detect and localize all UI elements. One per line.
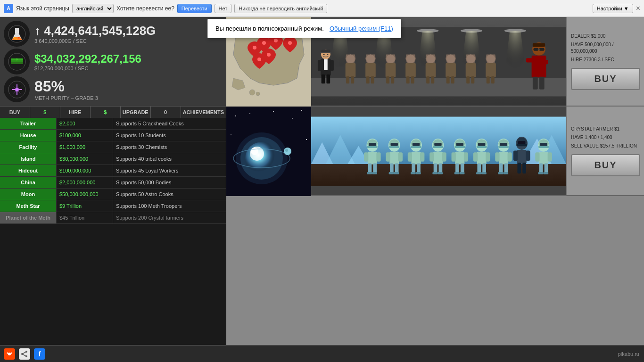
crystal-scene-row: CRYSTAL FARMER $1 HAVE 1,400 / 1,400 SEL… xyxy=(226,107,644,196)
svg-rect-134 xyxy=(394,172,399,174)
svg-rect-69 xyxy=(446,63,456,77)
settings-button[interactable]: Настройки ▼ xyxy=(593,4,633,13)
tab-achievements[interactable]: ACHIEVEMENTS xyxy=(181,107,226,118)
table-row[interactable]: House $100,000 Supports 10 Students xyxy=(0,130,226,141)
item-support-island: Supports 40 tribal cooks xyxy=(113,153,226,165)
table-row[interactable]: Hideout $100,000,000 Supports 45 Loyal W… xyxy=(0,165,226,177)
table-row[interactable]: Moon $50,000,000,000 Supports 50 Astro C… xyxy=(0,189,226,200)
svg-rect-54 xyxy=(366,76,370,83)
money-rate: $12,750,000,000 / SEC xyxy=(34,66,141,71)
facebook-icon[interactable]: f xyxy=(34,348,45,360)
dealer-buy-button[interactable]: BUY xyxy=(571,68,640,90)
svg-rect-84 xyxy=(533,43,545,47)
share-icon[interactable] xyxy=(19,348,30,360)
svg-rect-145 xyxy=(416,172,421,174)
svg-rect-152 xyxy=(442,152,446,161)
tab-upgrade-count[interactable]: 0 xyxy=(151,107,181,118)
svg-point-3 xyxy=(16,38,17,40)
svg-rect-188 xyxy=(498,172,503,174)
svg-rect-149 xyxy=(434,143,441,146)
never-translate-button[interactable]: Никогда не переводить английский xyxy=(234,4,327,13)
item-price-house: $100,000 xyxy=(57,130,113,141)
svg-rect-74 xyxy=(466,76,470,83)
svg-rect-140 xyxy=(408,152,412,161)
svg-rect-87 xyxy=(541,60,548,64)
svg-rect-120 xyxy=(368,164,372,174)
item-support-facility: Supports 30 Chemists xyxy=(113,141,226,153)
tab-hire-dollar[interactable]: $ xyxy=(91,107,121,118)
table-row[interactable]: Meth Star $9 Trillion Supports 100 Meth … xyxy=(0,200,226,212)
svg-rect-45 xyxy=(330,60,334,71)
svg-rect-73 xyxy=(466,63,476,77)
svg-rect-133 xyxy=(389,172,394,174)
svg-rect-197 xyxy=(517,163,521,173)
svg-rect-132 xyxy=(395,164,399,174)
table-row[interactable]: Facility $1,000,000 Supports 30 Chemists xyxy=(0,141,226,153)
svg-rect-130 xyxy=(398,152,403,161)
item-price-moon: $50,000,000,000 xyxy=(57,189,113,200)
no-translate-button[interactable]: Нет xyxy=(215,4,232,13)
svg-rect-119 xyxy=(376,152,380,161)
item-price-trailer: $2,000 xyxy=(57,118,113,129)
svg-point-92 xyxy=(249,113,250,114)
svg-rect-193 xyxy=(518,141,525,144)
item-support-methstar: Supports 100 Meth Troopers xyxy=(113,200,226,212)
tab-bar: BUY $ HIRE $ UPGRADE 0 ACHIEVEMENTS xyxy=(0,106,226,118)
svg-line-218 xyxy=(22,354,26,356)
svg-rect-207 xyxy=(545,164,548,174)
svg-rect-178 xyxy=(481,172,487,174)
language-select[interactable]: английский xyxy=(72,4,114,13)
svg-rect-86 xyxy=(526,58,533,62)
table-row[interactable]: Island $30,000,000 Supports 40 tribal co… xyxy=(0,153,226,165)
svg-rect-85 xyxy=(532,56,546,77)
stats-area: ↑ 4,424,641,545,128G 3,640,000,000G / SE… xyxy=(0,17,226,106)
svg-rect-164 xyxy=(455,164,459,174)
svg-point-2 xyxy=(14,37,16,39)
right-panel: DEALER $1,000 HAVE 500,000,000 / 500,000… xyxy=(226,17,644,345)
tab-buy-dollar[interactable]: $ xyxy=(30,107,60,118)
tab-buy[interactable]: BUY xyxy=(0,107,30,118)
svg-rect-51 xyxy=(351,76,354,83)
svg-rect-115 xyxy=(367,146,378,148)
money-stat-icon: $ xyxy=(4,49,30,74)
crystal-sell: SELL VALUE $157.5 TRILLION xyxy=(571,143,640,149)
table-row[interactable]: China $2,000,000,000 Supports 50,000 Bod… xyxy=(0,177,226,189)
svg-rect-50 xyxy=(346,76,349,83)
svg-rect-75 xyxy=(471,76,474,83)
svg-rect-62 xyxy=(406,76,410,83)
item-support-planet: Supports 200 Crystal farmers xyxy=(113,212,226,223)
svg-rect-155 xyxy=(432,172,438,174)
crystal-buy-button[interactable]: BUY xyxy=(571,154,640,176)
table-row[interactable]: Trailer $2,000 Supports 5 Crackhead Cook… xyxy=(0,118,226,130)
reddit-icon[interactable] xyxy=(4,348,15,360)
svg-line-217 xyxy=(22,352,26,354)
crystal-have: HAVE 1,400 / 1,400 xyxy=(571,134,640,141)
svg-rect-82 xyxy=(539,48,545,51)
svg-point-21 xyxy=(274,39,278,42)
item-support-moon: Supports 50 Astro Cooks xyxy=(113,189,226,200)
tab-upgrade[interactable]: UPGRADE xyxy=(121,107,151,118)
svg-rect-118 xyxy=(364,152,368,161)
table-row[interactable]: Planet of the Meth $45 Trillion Supports… xyxy=(0,212,226,224)
item-price-island: $30,000,000 xyxy=(57,153,113,165)
svg-rect-198 xyxy=(522,163,526,173)
item-name-facility: Facility xyxy=(0,141,57,153)
close-translation-bar-button[interactable]: × xyxy=(636,4,640,13)
svg-rect-187 xyxy=(504,164,508,174)
item-name-moon: Moon xyxy=(0,189,57,200)
item-support-china: Supports 50,000 Bodies xyxy=(113,177,226,188)
normal-mode-link[interactable]: Обычный режим (F11) xyxy=(330,25,393,32)
svg-rect-182 xyxy=(500,143,507,146)
dealer-hire: HIRE 27306.3 / SEC xyxy=(571,57,640,63)
svg-rect-154 xyxy=(439,164,443,174)
svg-rect-142 xyxy=(412,164,415,174)
fullscreen-text: Вы перешли в полноэкранный режим. xyxy=(215,25,324,32)
svg-rect-184 xyxy=(495,152,499,161)
item-name-island: Island xyxy=(0,153,57,165)
translate-button[interactable]: Перевести xyxy=(177,4,212,13)
flask-stat-icon xyxy=(4,21,30,47)
svg-rect-156 xyxy=(438,172,443,174)
dealer-title: DEALER $1,000 xyxy=(571,33,640,40)
bottom-bar: f pikabu.ru xyxy=(0,345,644,362)
tab-hire[interactable]: HIRE xyxy=(60,107,91,118)
